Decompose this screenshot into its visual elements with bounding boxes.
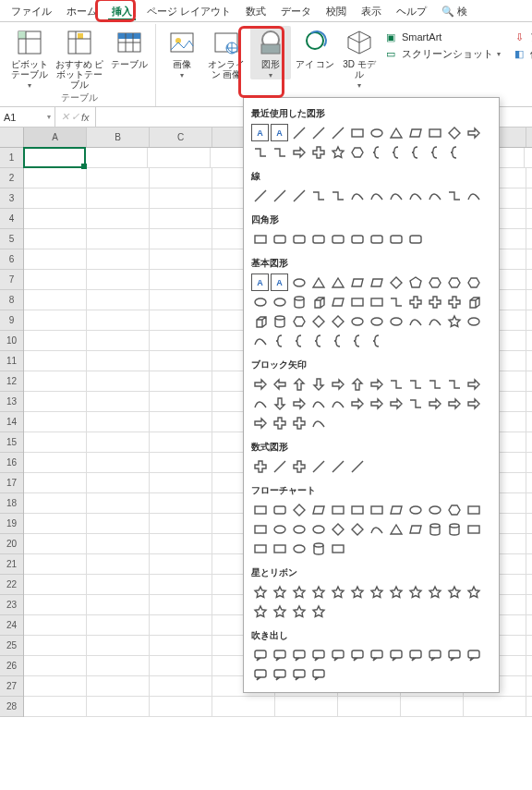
cell[interactable] [150, 534, 212, 553]
shape-connector[interactable] [271, 143, 288, 161]
shape-curve[interactable] [309, 395, 327, 412]
shape-line[interactable] [309, 457, 327, 475]
cell[interactable] [150, 188, 212, 208]
shape-hex[interactable] [426, 273, 443, 291]
shape-callout[interactable] [309, 646, 327, 663]
shape-cube[interactable] [309, 293, 327, 310]
cell[interactable] [24, 331, 87, 350]
cell[interactable] [87, 453, 150, 472]
cell[interactable] [87, 249, 150, 269]
shape-rect[interactable] [368, 501, 385, 518]
row-header[interactable]: 27 [0, 676, 23, 697]
shape-diamond[interactable] [329, 312, 346, 330]
shape-connector[interactable] [426, 375, 443, 393]
shape-ellipse[interactable] [387, 312, 405, 330]
shape-brace[interactable] [309, 332, 327, 349]
shape-callout[interactable] [445, 646, 463, 663]
row-header[interactable]: 26 [0, 656, 23, 676]
cell[interactable] [24, 697, 87, 716]
shape-curve[interactable] [251, 395, 269, 412]
column-header[interactable]: C [150, 128, 212, 147]
tab-formulas[interactable]: 数式 [238, 2, 273, 19]
tab-help[interactable]: ヘルプ [389, 2, 434, 19]
cell[interactable] [87, 554, 150, 574]
cell[interactable] [24, 351, 87, 371]
cell[interactable] [87, 615, 150, 635]
shape-parallelogram[interactable] [387, 501, 405, 518]
cell[interactable] [150, 656, 212, 675]
shape-curve[interactable] [309, 414, 327, 431]
cell[interactable] [87, 575, 150, 594]
shape-callout[interactable] [329, 646, 346, 663]
textbox-shape[interactable]: A [251, 124, 269, 141]
shape-brace[interactable] [387, 143, 405, 161]
shape-ellipse[interactable] [290, 540, 308, 557]
cell[interactable] [87, 168, 150, 188]
shape-arrowR[interactable] [465, 375, 482, 393]
shape-connector[interactable] [406, 375, 424, 393]
cell[interactable] [87, 656, 150, 675]
shape-line[interactable] [309, 124, 327, 141]
screenshot-button[interactable]: ▭ スクリーンショット ▾ [383, 46, 501, 61]
shape-connector[interactable] [445, 375, 463, 393]
cell[interactable] [87, 351, 150, 371]
shape-arrowR[interactable] [290, 395, 308, 412]
shape-ellipse[interactable] [290, 273, 308, 291]
cell[interactable] [150, 270, 212, 289]
cell[interactable] [24, 636, 87, 655]
row-header[interactable]: 24 [0, 615, 23, 636]
select-all-corner[interactable] [0, 128, 24, 148]
row-header[interactable]: 4 [0, 209, 23, 229]
shape-callout[interactable] [271, 665, 288, 683]
shape-arrowR[interactable] [465, 124, 482, 141]
cell[interactable] [150, 473, 212, 492]
shape-callout[interactable] [290, 646, 308, 663]
row-header[interactable]: 17 [0, 473, 23, 493]
shape-callout[interactable] [465, 646, 482, 663]
row-header[interactable]: 5 [0, 229, 23, 249]
shape-connector[interactable] [406, 395, 424, 412]
shape-diamond[interactable] [445, 124, 463, 141]
smartart-button[interactable]: ▣ SmartArt [383, 30, 501, 44]
shape-ellipse[interactable] [271, 293, 288, 310]
cell[interactable] [24, 575, 87, 594]
cell[interactable] [148, 148, 211, 167]
row-header[interactable]: 8 [0, 290, 23, 310]
shape-brace[interactable] [406, 143, 424, 161]
cell[interactable] [87, 636, 150, 655]
get-addins-button[interactable]: ⇩ アドインを [512, 30, 532, 44]
shape-star[interactable] [445, 312, 463, 330]
shape-callout[interactable] [406, 646, 424, 663]
cell[interactable] [24, 412, 87, 431]
shape-curve[interactable] [426, 312, 443, 330]
pivottable-button[interactable]: ピボット テーブル ▾ [9, 26, 50, 90]
shape-star[interactable] [309, 583, 327, 601]
cell[interactable] [150, 392, 212, 411]
shape-star[interactable] [329, 143, 346, 161]
shape-star[interactable] [387, 583, 405, 601]
cell[interactable] [87, 514, 150, 533]
cell[interactable] [150, 676, 212, 696]
shape-hex[interactable] [348, 143, 366, 161]
cell[interactable] [24, 249, 87, 269]
cell[interactable] [87, 412, 150, 431]
shape-arrowD[interactable] [309, 375, 327, 393]
cell[interactable] [150, 290, 212, 310]
shape-arrowR[interactable] [251, 375, 269, 393]
shape-cylinder[interactable] [445, 520, 463, 538]
cell[interactable] [24, 209, 87, 228]
cell[interactable] [87, 290, 150, 310]
shape-connector[interactable] [251, 143, 269, 161]
shape-arrowR[interactable] [348, 395, 366, 412]
cell[interactable] [150, 432, 212, 452]
shape-ellipse[interactable] [368, 124, 385, 141]
shape-curve[interactable] [426, 187, 443, 204]
shape-rect[interactable] [271, 540, 288, 557]
shape-arrowR[interactable] [329, 375, 346, 393]
shape-rrect[interactable] [309, 230, 327, 248]
shape-callout[interactable] [271, 646, 288, 663]
shape-rrect[interactable] [406, 230, 424, 248]
shape-curve[interactable] [465, 187, 482, 204]
shape-star[interactable] [271, 583, 288, 601]
shape-arrowR[interactable] [251, 414, 269, 431]
